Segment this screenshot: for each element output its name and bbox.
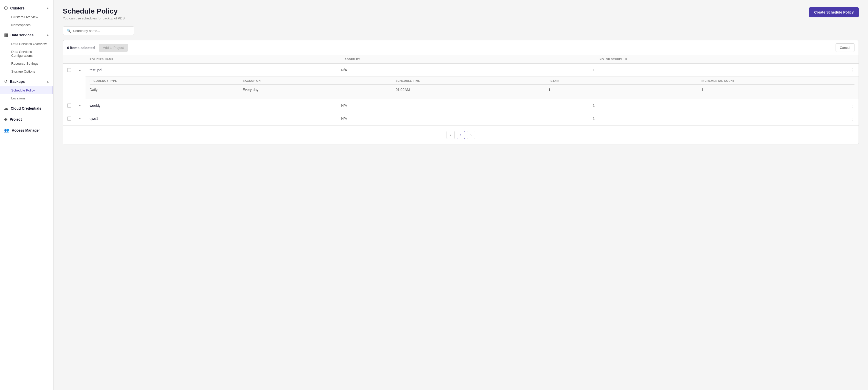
sidebar-parent-left-project: ◈ Project	[4, 117, 22, 122]
row-menu-qwe1[interactable]: ⋮	[844, 116, 855, 121]
header-checkbox-col	[67, 58, 79, 61]
row-main-test_pol: ▲ test_pol N/A 1 ⋮	[63, 64, 859, 77]
main-content: Schedule Policy You can use schedules fo…	[54, 0, 868, 390]
row-checkbox-test_pol[interactable]	[67, 68, 71, 72]
sidebar-parent-label-clusters: Clusters	[10, 6, 25, 10]
sidebar-section-project: ◈ Project	[0, 114, 53, 124]
items-selected-label: 0 items selected	[67, 46, 95, 50]
table-row: ▼ qwe1 N/A 1 ⋮	[63, 112, 859, 125]
sidebar-item-backups[interactable]: ↺ Backups ▲	[0, 77, 53, 86]
search-input[interactable]	[73, 29, 130, 33]
sub-cell-incremental-count: 1	[702, 88, 855, 92]
sidebar-child-clusters-overview[interactable]: Clusters Overview	[0, 13, 53, 21]
sidebar-parent-label-backups: Backups	[10, 80, 25, 84]
next-page-button[interactable]: ›	[467, 131, 475, 139]
create-schedule-policy-button[interactable]: Create Schedule Policy	[809, 7, 859, 18]
pagination: ‹ 1 ›	[63, 126, 859, 144]
sidebar-item-access-manager[interactable]: 👥 Access Manager	[0, 125, 53, 135]
row-schedule-count-weekly: 1	[593, 104, 844, 108]
sidebar-item-data-services[interactable]: ▦ Data services ▲	[0, 30, 53, 40]
sidebar-section-backups: ↺ Backups ▲ Schedule PolicyLocations	[0, 77, 53, 102]
sub-header-retain: RETAIN	[549, 79, 702, 82]
sidebar-parent-left-data-services: ▦ Data services	[4, 32, 33, 37]
row-menu-weekly[interactable]: ⋮	[844, 103, 855, 108]
page-1-button[interactable]: 1	[457, 131, 465, 139]
page-title-block: Schedule Policy You can use schedules fo…	[63, 7, 125, 20]
row-name-weekly: weekly	[90, 104, 341, 108]
search-bar[interactable]: 🔍	[63, 26, 134, 35]
sidebar-parent-left-cloud-credentials: ☁ Cloud Credentials	[4, 106, 41, 111]
sub-header-schedule-time: SCHEDULE TIME	[396, 79, 548, 82]
clusters-icon: ⬡	[4, 6, 8, 10]
sub-table-header: FREQUENCY TYPE BACKUP ON SCHEDULE TIME R…	[90, 77, 855, 85]
sidebar-section-data-services: ▦ Data services ▲ Data Services Overview…	[0, 30, 53, 75]
sub-cell-retain: 1	[549, 88, 702, 92]
header-policies-name: POLICIES NAME	[90, 58, 345, 61]
row-expand-test_pol[interactable]: ▲	[79, 68, 90, 72]
sidebar-parent-label-cloud-credentials: Cloud Credentials	[11, 106, 41, 110]
row-checkbox-weekly[interactable]	[67, 104, 71, 108]
table-header: POLICIES NAME ADDED BY NO. OF SCHEDULE	[63, 55, 859, 64]
sidebar-parent-left-backups: ↺ Backups	[4, 79, 25, 84]
selection-bar: 0 items selected Add to Project Cancel	[63, 40, 859, 55]
sidebar-item-clusters[interactable]: ⬡ Clusters ▲	[0, 3, 53, 13]
sidebar-parent-left-access-manager: 👥 Access Manager	[4, 128, 40, 133]
cancel-button[interactable]: Cancel	[836, 44, 855, 52]
row-schedule-count-qwe1: 1	[593, 116, 844, 121]
row-name-qwe1: qwe1	[90, 116, 341, 121]
sidebar-child-schedule-policy[interactable]: Schedule Policy	[0, 86, 53, 94]
sidebar-section-access-manager: 👥 Access Manager	[0, 125, 53, 135]
search-icon: 🔍	[67, 29, 71, 33]
table-row: ▼ weekly N/A 1 ⋮	[63, 99, 859, 112]
row-main-qwe1: ▼ qwe1 N/A 1 ⋮	[63, 112, 859, 125]
add-to-project-button: Add to Project	[99, 44, 128, 52]
header-added-by: ADDED BY	[345, 58, 600, 61]
sub-cell-frequency-type: Daily	[90, 88, 243, 92]
sub-header-frequency-type: FREQUENCY TYPE	[90, 79, 243, 82]
sidebar: ⬡ Clusters ▲ Clusters OverviewNamespaces…	[0, 0, 54, 390]
sidebar-child-resource-settings[interactable]: Resource Settings	[0, 60, 53, 67]
sub-header-incremental-count: INCREMENTAL COUNT	[702, 79, 855, 82]
cloud-credentials-icon: ☁	[4, 106, 8, 111]
header-expand-col	[79, 58, 90, 61]
sidebar-child-data-services-overview[interactable]: Data Services Overview	[0, 40, 53, 48]
sidebar-child-locations[interactable]: Locations	[0, 94, 53, 102]
header-no-of-schedule: NO. OF SCHEDULE	[599, 58, 855, 61]
sidebar-child-storage-options[interactable]: Storage Options	[0, 67, 53, 75]
sidebar-section-clusters: ⬡ Clusters ▲ Clusters OverviewNamespaces	[0, 3, 53, 29]
chevron-clusters-icon: ▲	[46, 6, 49, 10]
sub-table-row: Daily Every day 01:00AM 1 1	[90, 85, 855, 95]
page-subtitle: You can use schedules for backup of PDS	[63, 16, 125, 20]
page-header: Schedule Policy You can use schedules fo…	[63, 7, 859, 20]
row-added-by-test_pol: N/A	[341, 68, 592, 72]
sub-table-test_pol: FREQUENCY TYPE BACKUP ON SCHEDULE TIME R…	[86, 77, 859, 99]
row-schedule-count-test_pol: 1	[593, 68, 844, 72]
sidebar-parent-label-project: Project	[10, 117, 22, 121]
sub-cell-schedule-time: 01:00AM	[396, 88, 548, 92]
sidebar-child-data-services-configs[interactable]: Data Services Configurations	[0, 48, 53, 60]
sub-header-backup-on: BACKUP ON	[243, 79, 396, 82]
sidebar-item-cloud-credentials[interactable]: ☁ Cloud Credentials	[0, 103, 53, 113]
row-main-weekly: ▼ weekly N/A 1 ⋮	[63, 99, 859, 112]
row-menu-test_pol[interactable]: ⋮	[844, 67, 855, 73]
sidebar-parent-left-clusters: ⬡ Clusters	[4, 6, 25, 10]
row-expand-weekly[interactable]: ▼	[79, 104, 90, 107]
page-title: Schedule Policy	[63, 7, 125, 15]
table-row: ▲ test_pol N/A 1 ⋮ FREQUENCY TYPE BACKUP…	[63, 64, 859, 99]
sidebar-section-cloud-credentials: ☁ Cloud Credentials	[0, 103, 53, 113]
backups-icon: ↺	[4, 79, 7, 84]
sidebar-child-namespaces[interactable]: Namespaces	[0, 21, 53, 29]
project-icon: ◈	[4, 117, 7, 122]
sidebar-parent-label-access-manager: Access Manager	[12, 128, 40, 132]
row-added-by-qwe1: N/A	[341, 116, 592, 121]
data-services-icon: ▦	[4, 32, 8, 37]
sub-cell-backup-on: Every day	[243, 88, 396, 92]
row-checkbox-qwe1[interactable]	[67, 116, 71, 121]
sidebar-parent-label-data-services: Data services	[10, 33, 33, 37]
chevron-data-services-icon: ▲	[46, 33, 49, 37]
row-added-by-weekly: N/A	[341, 104, 592, 108]
sidebar-item-project[interactable]: ◈ Project	[0, 114, 53, 124]
prev-page-button[interactable]: ‹	[446, 131, 455, 139]
row-expand-qwe1[interactable]: ▼	[79, 117, 90, 120]
policies-table: POLICIES NAME ADDED BY NO. OF SCHEDULE ▲…	[63, 55, 859, 144]
